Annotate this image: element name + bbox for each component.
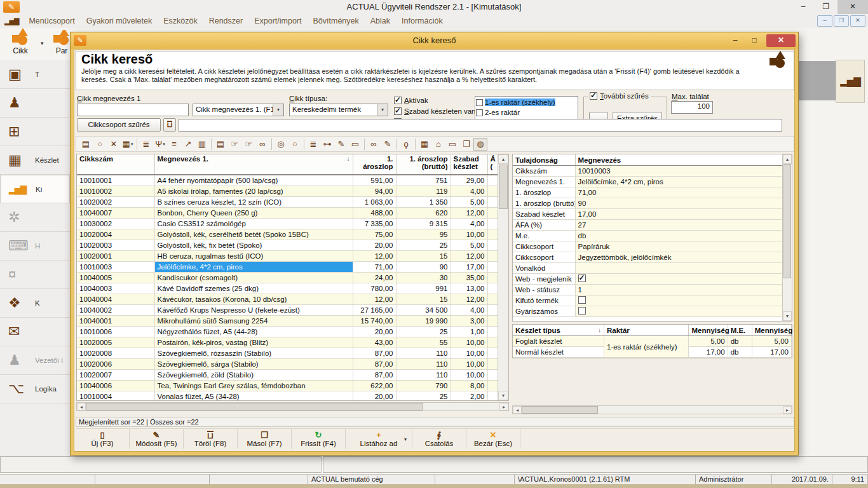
copy-button[interactable]: ❒Másol (F7) — [238, 429, 292, 449]
chart-panel-icon[interactable]: ▥ — [195, 138, 209, 151]
table-row[interactable]: 10040003Kávé Davidoff szemes (25 dkg)780… — [77, 283, 498, 294]
close-button[interactable]: ✕ — [837, 0, 868, 14]
sidebar-item-puzzle[interactable]: ❖K — [0, 289, 70, 318]
type-select[interactable]: Kereskedelmi termék ▾ — [289, 104, 388, 116]
menu-item-gyakori-műveletek[interactable]: Gyakori műveletek — [81, 17, 158, 25]
checkbox-unchecked-icon[interactable] — [578, 296, 586, 304]
partner-button[interactable]: Par — [52, 30, 71, 58]
table-row[interactable]: 10040006Tea, Twinings Earl Grey szálas, … — [77, 381, 498, 391]
edit-button[interactable]: ✎Módosít (F5) — [130, 429, 184, 449]
col-megnevezes[interactable]: Megnevezés — [575, 154, 783, 166]
col-aroszlop[interactable]: 1. ároszlop — [353, 154, 396, 175]
scrollbar-thumb[interactable] — [499, 165, 508, 209]
table-row[interactable]: 10020007Szövegkiemelő, zöld (Stabilo)87,… — [77, 370, 498, 381]
copy-stack-icon[interactable]: ❒ — [459, 138, 473, 151]
table-row[interactable]: 10020001HB ceruza, rugalmas testű (ICO)1… — [77, 251, 498, 262]
clear-x-icon[interactable]: ✕ — [107, 138, 121, 151]
binoculars-icon[interactable]: ∞ — [255, 138, 269, 151]
cikk-button[interactable]: Cikk ▾ — [4, 30, 37, 58]
col-me[interactable]: M.E. — [728, 325, 752, 336]
table-row[interactable]: 10040001Mikrohullámú sütő Samsung 225415… — [77, 316, 498, 327]
card-icon[interactable]: ▭ — [348, 138, 362, 151]
property-row[interactable]: Szabad készlet17,00 — [513, 209, 783, 220]
property-row[interactable]: 1. ároszlop (bruttó)90 — [513, 198, 783, 209]
table-row[interactable]: 10020003Golyóstoll, kék, fix betét (Spok… — [77, 240, 498, 251]
col-szabad-keszlet[interactable]: Szabad készlet — [451, 154, 487, 175]
menu-item-bővítmények[interactable]: Bővítmények — [308, 17, 365, 25]
property-row[interactable]: Gyáriszámos — [513, 306, 783, 317]
dialog-minimize-button[interactable]: – — [726, 34, 745, 47]
col-tulajdonsag[interactable]: Tulajdonság — [513, 154, 575, 166]
table-row[interactable]: 10040007Bonbon, Cherry Queen (250 g)488,… — [77, 208, 498, 219]
table-row[interactable]: 10010003Jelölőcímke, 4*2 cm, piros71,009… — [77, 262, 498, 273]
restore-button[interactable]: ❐ — [815, 0, 837, 14]
checkbox-checked-icon[interactable] — [578, 274, 586, 282]
table-row[interactable]: 10020006Szövegkiemelő, sárga (Stabilo)87… — [77, 359, 498, 370]
scroll-right-icon[interactable]: ▸ — [783, 406, 792, 414]
table-row[interactable]: 10010001A4 fehér nyomtatópapír (500 lap/… — [77, 175, 498, 186]
scroll-down-icon[interactable]: ▾ — [783, 311, 792, 321]
table-row[interactable]: 10020004Golyóstoll, kék, cserélhető beté… — [77, 229, 498, 240]
home-package-icon[interactable]: ⌂ — [431, 138, 445, 151]
table-layout-icon[interactable]: ▦▾ — [121, 138, 135, 151]
chevron-down-icon[interactable]: ▾ — [163, 142, 165, 147]
mdi-restore-button[interactable]: ❐ — [834, 15, 849, 27]
property-vertical-scrollbar[interactable]: ▴ ▾ — [782, 154, 792, 321]
col-mennyiseg2[interactable]: Mennyiség — [752, 325, 791, 336]
scroll-left-icon[interactable]: ◂ — [513, 406, 522, 414]
chevron-down-icon[interactable]: ▾ — [131, 142, 133, 147]
field-select[interactable]: Cikk megnevezés 1. (F11) ▾ — [193, 104, 284, 116]
trash-button[interactable]: ⊔Töröl (F8) — [184, 429, 238, 449]
sidebar-item-gears[interactable]: ✲ — [0, 203, 70, 232]
sidebar-item-safe[interactable]: ▣T — [0, 60, 70, 89]
list-icon[interactable]: ≡ — [167, 138, 181, 151]
property-row[interactable]: Kifutó termék — [513, 295, 783, 306]
pencil-icon[interactable]: ✎ — [334, 138, 348, 151]
table-row[interactable]: 10040004Kávécukor, tasakos (Korona, 10 d… — [77, 294, 498, 305]
tree-view-icon[interactable]: Ψ▾ — [153, 138, 167, 151]
sidebar-item-cash-register[interactable]: ⌨H — [0, 232, 70, 261]
sidebar-item-reports-chart[interactable]: ▂▅▇Ki — [0, 175, 70, 203]
link-icon[interactable]: ⊶ — [320, 138, 334, 151]
sidebar-item-courier[interactable]: ♟ — [0, 89, 70, 118]
mdi-close-button[interactable]: ✕ — [850, 15, 865, 27]
menu-item-menücsoport[interactable]: Menücsoport — [23, 17, 80, 25]
clipboard-list-icon[interactable]: ≣ — [306, 138, 320, 151]
menu-item-export-import[interactable]: Export/import — [248, 17, 307, 25]
new-note-icon[interactable]: ≣ — [139, 138, 153, 151]
clipboard-icon[interactable]: ▤ — [214, 138, 227, 151]
eyes-icon[interactable]: ∞ — [367, 138, 381, 151]
stock-horizontal-scrollbar[interactable]: ◂ ▸ — [512, 405, 792, 414]
further-filter-checkbox[interactable] — [590, 92, 597, 100]
property-row[interactable]: Megnevezés 1.Jelölőcímke, 4*2 cm, piros — [513, 177, 783, 187]
scroll-down-icon[interactable]: ▾ — [498, 391, 508, 400]
property-row[interactable]: ÁFA (%)27 — [513, 220, 783, 231]
chevron-down-icon[interactable]: ▾ — [377, 104, 388, 116]
sidebar-item-stock-grid[interactable]: ▦Készlet — [0, 146, 70, 175]
hierarchy-icon[interactable]: ◎ — [274, 138, 288, 151]
scrollbar-thumb[interactable] — [86, 403, 423, 410]
scroll-left-icon[interactable]: ◂ — [77, 403, 86, 410]
checkbox-unchecked-icon[interactable] — [476, 109, 483, 116]
hand2-icon[interactable]: ☞ — [241, 138, 255, 151]
max-hits-input[interactable]: 100 — [671, 101, 713, 114]
sidebar-item-envelope[interactable]: ✉ — [0, 318, 70, 346]
property-row[interactable]: CikkcsoportPapíráruk — [513, 241, 783, 252]
modules-grid-icon[interactable]: ▦ — [417, 138, 431, 151]
key-icon[interactable]: ϙ — [399, 138, 413, 151]
chevron-down-icon[interactable]: ▾ — [273, 104, 283, 116]
menu-item-rendszer[interactable]: Rendszer — [203, 17, 249, 25]
card-pay-icon[interactable]: ▭ — [445, 138, 459, 151]
sidebar-item-manager-person[interactable]: ♟Vezetői í — [0, 346, 70, 375]
new-page-button[interactable]: ▯Új (F3) — [76, 429, 130, 449]
warehouse-item-2-es-raktár[interactable]: 2-es raktár — [476, 107, 577, 118]
menu-item-eszközök[interactable]: Eszközök — [158, 17, 203, 25]
checkbox-unchecked-icon[interactable] — [578, 307, 586, 315]
hand-icon[interactable]: ☞ — [227, 138, 241, 151]
search-icon[interactable]: ○ — [93, 138, 107, 151]
scroll-right-icon[interactable]: ▸ — [499, 403, 508, 410]
warehouse-item-1-es-raktár-székhely[interactable]: 1-es raktár (székhely) — [476, 97, 577, 107]
property-row[interactable]: M.e.db — [513, 231, 783, 241]
col-afa-partial[interactable]: Á ( — [487, 154, 498, 175]
sidebar-item-logic-tree[interactable]: ⌥Logika — [0, 375, 70, 403]
